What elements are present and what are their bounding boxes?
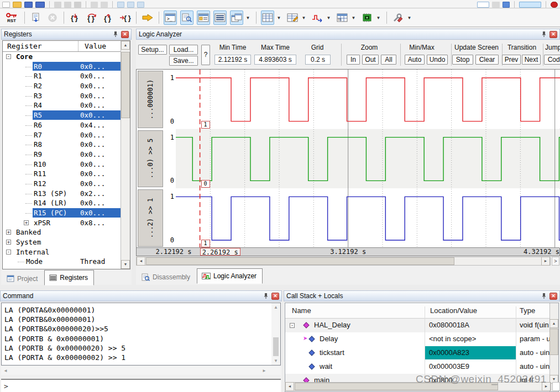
save-icon[interactable] [24,2,33,8]
collapse-icon[interactable]: - [6,54,11,59]
zoom-out-button[interactable]: Out [362,55,379,65]
registers-scrollbar[interactable]: ▲ ▼ [121,41,130,269]
tab-disassembly[interactable]: Disassembly [137,271,196,284]
system-viewer-icon[interactable] [360,10,374,25]
register-row-R0[interactable]: R00x0... [3,62,121,72]
trace-windows-icon[interactable] [311,10,324,25]
step-icon[interactable]: { } [69,10,82,25]
register-row-R7[interactable]: R70x0... [3,130,121,140]
peripheral-windows-menu-icon[interactable]: ▼ [350,10,357,25]
register-row-R13-SP-[interactable]: R13 (SP)0x2... [3,189,121,199]
register-row-R5[interactable]: R50x0... [3,110,121,120]
callstack-row-Delay[interactable]: ➤Delay<not in scope>param - ui [285,332,551,346]
find-combo-icon[interactable] [477,2,489,8]
analysis-windows-menu-icon[interactable]: ▼ [244,10,252,25]
help-button[interactable]: ? [201,45,210,65]
debug-session-magnifier-icon[interactable] [519,2,541,8]
copy-icon[interactable] [64,2,71,8]
waveform-hscrollbar[interactable]: ◄ ► [136,257,551,266]
load-button[interactable]: Load... [169,45,198,55]
value-column-header[interactable]: Value [85,42,106,50]
channel-label-0[interactable]: ...000001) [138,71,163,128]
expand-icon[interactable]: + [6,240,11,245]
register-row-R2[interactable]: R20x0... [3,81,121,91]
zoom-in-button[interactable]: In [347,55,360,65]
scroll-down-icon[interactable]: ▼ [271,357,280,365]
tab-project[interactable]: Project [2,272,43,285]
register-row-Mode[interactable]: ModeThread [3,257,121,267]
undo-icon[interactable] [91,2,98,8]
command-input[interactable]: > [1,379,281,392]
minmax-undo-button[interactable]: Undo [427,55,448,65]
setup-button[interactable]: Setup... [138,45,167,55]
scroll-right-icon[interactable]: ► [260,367,269,375]
register-row-R6[interactable]: R60x4... [3,120,121,130]
watch-windows-icon[interactable] [286,10,299,25]
disassembly-window-icon[interactable] [180,10,193,25]
goto-arrow-icon[interactable] [503,2,510,8]
pane-splitter[interactable]: > [552,257,559,266]
scroll-right-icon[interactable]: ► [541,257,550,266]
cut-icon[interactable] [54,2,61,8]
register-row-R4[interactable]: R40x0... [3,100,121,110]
step-out-icon[interactable]: { } [102,10,115,25]
expand-icon[interactable]: + [24,220,29,225]
register-row-Internal[interactable]: -Internal [3,247,121,257]
redo-icon[interactable] [101,2,108,8]
new-file-icon[interactable] [2,2,10,8]
find-in-files-icon[interactable] [492,2,500,8]
transition-next-button[interactable]: Next [522,55,541,65]
collapse-icon[interactable]: - [290,323,295,328]
serial-windows-icon[interactable] [213,10,227,25]
system-viewer-menu-icon[interactable]: ▼ [375,10,382,25]
update-stop-button[interactable]: Stop [452,55,473,65]
update-clear-button[interactable]: Clear [475,55,499,65]
scrollbar-thumb[interactable] [121,52,130,118]
command-window-icon[interactable]: >_ [164,10,177,25]
close-icon[interactable]: ✕ [121,31,129,38]
close-icon[interactable]: ✕ [549,293,557,300]
register-row-xPSR[interactable]: +xPSR0x8... [3,218,121,228]
register-row-R12[interactable]: R120x0... [3,179,121,189]
watch-windows-menu-icon[interactable]: ▼ [300,10,307,25]
peripheral-windows-icon[interactable]: 01 [336,10,349,25]
callstack-row-tickstart[interactable]: tickstart0x0000A823auto - uin [285,346,551,360]
register-column-header[interactable]: Register [7,42,42,50]
memory-windows-icon[interactable] [261,10,274,25]
bookmark-next-icon[interactable] [137,2,144,8]
channel-label-2[interactable]: ...2) >> 1 [138,189,163,247]
close-icon[interactable]: ✕ [271,293,279,300]
scrollbar-thumb[interactable] [146,257,454,265]
scrollbar-thumb[interactable] [549,329,558,355]
scroll-left-icon[interactable]: ◄ [1,367,10,375]
pin-icon[interactable] [263,292,269,300]
transition-prev-button[interactable]: Prev [502,55,521,65]
callstack-row-HAL_Delay[interactable]: -HAL_Delay0x0800018Avoid f(uin [285,319,551,332]
close-icon[interactable]: ✕ [549,31,557,38]
location-column-header[interactable]: Location/Value [430,306,477,315]
scroll-down-icon[interactable]: ▼ [121,260,130,269]
register-row-R15-PC-[interactable]: R15 (PC)0x0... [3,208,121,218]
pin-icon[interactable] [541,292,547,300]
kill-all-breakpoints-icon[interactable] [46,10,59,25]
register-row-R14-LR-[interactable]: R14 (LR)0x0... [3,198,121,208]
register-row-Banked[interactable]: +Banked [3,227,121,237]
register-row-Core[interactable]: -Core [3,52,121,62]
run-icon[interactable] [141,10,154,25]
register-row-R8[interactable]: R80x0... [3,140,121,150]
scroll-left-icon[interactable]: ◄ [137,257,145,266]
callstack-row-wait[interactable]: wait0x000003E9auto - uin [285,360,551,374]
paste-icon[interactable] [74,2,81,8]
command-hscrollbar[interactable]: ◄ ► [1,367,281,375]
scroll-up-icon[interactable]: ▲ [271,303,280,311]
pin-icon[interactable] [541,30,547,38]
command-output[interactable]: LA (PORTA&0x00000001)LA (PORTB&0x0000000… [1,303,281,365]
help-icon[interactable] [551,2,558,8]
minmax-auto-button[interactable]: Auto [405,55,425,65]
channel-label-1[interactable]: ...0) >> 5 [138,130,163,188]
debug-toolbox-icon[interactable] [391,10,405,25]
run-to-cursor-icon[interactable]: { } [118,10,132,25]
scroll-left-icon[interactable]: ◄ [285,382,294,391]
jump-code-button[interactable]: Code [544,55,560,65]
name-column-header[interactable]: Name [292,306,311,315]
